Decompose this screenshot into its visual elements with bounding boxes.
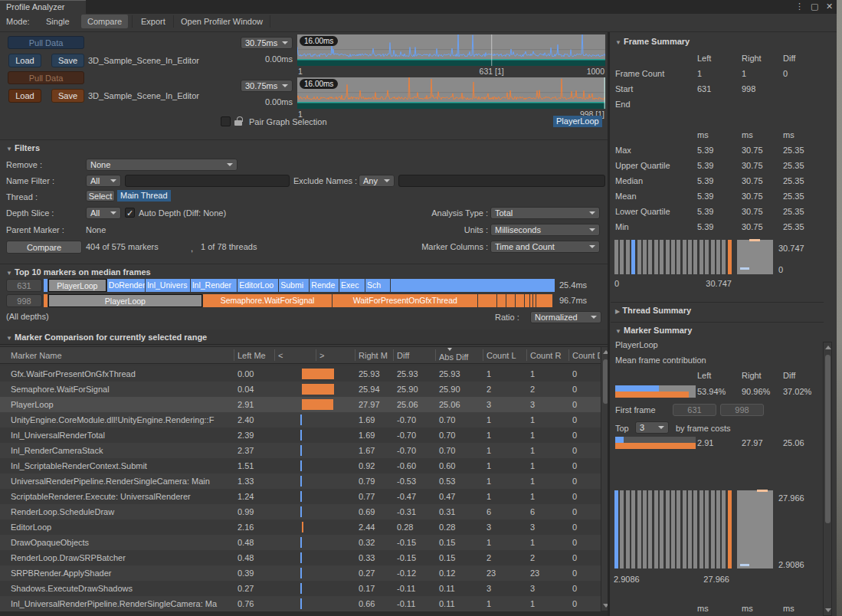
toolbar-button-export[interactable]: Export xyxy=(135,15,172,28)
marker-columns-dropdown[interactable]: Time and Count xyxy=(490,241,600,253)
compare-button[interactable]: Compare xyxy=(6,241,82,254)
table-row-ScriptableRenderer.Execute: UniversalRenderer[interactable]: ScriptableRenderer.Execute: UniversalRen… xyxy=(0,489,601,504)
table-row-Inl_UniversalRenderPipeline.RenderSingleCamera: Ma[interactable]: Inl_UniversalRenderPipeline.RenderSingle… xyxy=(0,596,601,611)
name-filter-mode-dropdown[interactable]: All xyxy=(86,175,121,187)
table-row-RenderLoop.ScheduleDraw[interactable]: RenderLoop.ScheduleDraw0.990.69-0.310.31… xyxy=(0,504,601,519)
table-row-SRPBRender.ApplyShader[interactable]: SRPBRender.ApplyShader0.390.27-0.120.122… xyxy=(0,565,601,581)
thread-label: Thread : xyxy=(6,192,38,202)
analysis-type-dropdown[interactable]: Total xyxy=(490,207,600,219)
column-count-diff[interactable]: Count D xyxy=(572,351,600,360)
marker-segment-Inl_Render[interactable]: Inl_Render xyxy=(191,279,237,292)
remove-dropdown[interactable]: None xyxy=(86,159,238,171)
marker-segment[interactable] xyxy=(506,294,515,307)
comparison-header[interactable]: ▼ Marker Comparison for currently select… xyxy=(6,333,207,342)
column-left-bar[interactable]: < xyxy=(278,351,312,360)
column-right-median[interactable]: Right M xyxy=(359,351,392,360)
marker-segment[interactable] xyxy=(44,279,48,292)
column-right-bar[interactable]: > xyxy=(319,351,353,360)
marker-segment[interactable] xyxy=(44,294,48,307)
right-frame-graph[interactable] xyxy=(297,77,605,109)
first-frame-left-button[interactable]: 631 xyxy=(673,404,716,416)
marker-segment-Rende[interactable]: Rende xyxy=(310,279,339,292)
pull-data-button-right[interactable]: Pull Data xyxy=(8,71,84,84)
scroll-up-icon[interactable] xyxy=(825,346,831,349)
depth-slice-dropdown[interactable]: All xyxy=(86,207,121,219)
maximize-icon[interactable]: ▢ xyxy=(811,2,818,11)
marker-segment-Exec[interactable]: Exec xyxy=(339,279,365,292)
table-row-UnityEngine.CoreModule.dll!UnityEngine.Rendering::F[interactable]: UnityEngine.CoreModule.dll!UnityEngine.R… xyxy=(0,412,601,428)
marker-segment-PlayerLoop[interactable]: PlayerLoop xyxy=(48,279,106,292)
thread-summary-header[interactable]: ▶ Thread Summary xyxy=(615,306,691,315)
marker-segment-Submi[interactable]: Submi xyxy=(279,279,309,292)
marker-segment[interactable] xyxy=(391,279,555,292)
table-row-PlayerLoop[interactable]: PlayerLoop2.9127.9725.0625.06330 xyxy=(0,397,601,412)
summary-panel-scrollbar[interactable] xyxy=(823,342,832,616)
save-button-right[interactable]: Save xyxy=(51,89,84,103)
marker-segment[interactable] xyxy=(516,294,524,307)
toolbar-button-compare[interactable]: Compare xyxy=(81,15,128,28)
marker-segment-DoRenderL[interactable]: DoRenderL xyxy=(107,279,145,292)
auto-depth-checkbox[interactable]: ✓ xyxy=(125,208,135,218)
pair-graph-selection-checkbox[interactable] xyxy=(221,116,231,126)
top10-frame-right-button[interactable]: 998 xyxy=(6,294,42,307)
marker-segment-Inl_Univers[interactable]: Inl_Univers xyxy=(146,279,190,292)
exclude-mode-dropdown[interactable]: Any xyxy=(359,175,395,187)
marker-segment[interactable] xyxy=(525,294,529,307)
marker-summary-header[interactable]: ▼ Marker Summary xyxy=(615,326,692,335)
table-row-Inl_RenderCameraStack[interactable]: Inl_RenderCameraStack2.371.67-0.700.7011… xyxy=(0,443,601,458)
exclude-names-input[interactable] xyxy=(398,175,605,187)
scrollbar-thumb[interactable] xyxy=(825,355,831,523)
close-icon[interactable]: ✕ xyxy=(826,2,833,11)
table-row-DrawOpaqueObjects[interactable]: DrawOpaqueObjects0.480.32-0.150.15110 xyxy=(0,535,601,550)
top10-bar-right[interactable]: PlayerLoopSemaphore.WaitForSignalWaitFor… xyxy=(44,294,555,307)
scroll-down-icon[interactable] xyxy=(825,608,831,612)
load-button-right[interactable]: Load xyxy=(8,89,41,103)
marker-segment[interactable] xyxy=(536,294,553,307)
marker-segment-Semaphore.WaitForSignal[interactable]: Semaphore.WaitForSignal xyxy=(203,294,333,307)
ratio-dropdown[interactable]: Normalized xyxy=(530,311,601,323)
marker-segment[interactable] xyxy=(497,294,506,307)
table-row-Inl_UniversalRenderTotal[interactable]: Inl_UniversalRenderTotal2.391.69-0.700.7… xyxy=(0,428,601,443)
marker-segment-EditorLoo[interactable]: EditorLoo xyxy=(238,279,278,292)
filters-header[interactable]: ▼ Filters xyxy=(6,143,40,152)
load-button-left[interactable]: Load xyxy=(8,54,41,67)
thread-select-button[interactable]: Select xyxy=(86,190,115,202)
marker-segment[interactable] xyxy=(530,294,532,307)
column-diff[interactable]: Diff xyxy=(397,351,434,360)
table-row-EditorLoop[interactable]: EditorLoop2.162.440.280.28330 xyxy=(0,519,601,535)
frame-summary-header[interactable]: ▼ Frame Summary xyxy=(615,37,690,46)
save-button-left[interactable]: Save xyxy=(51,54,84,67)
right-graph-scale-dropdown[interactable]: 30.75ms xyxy=(241,80,293,92)
top10-bar-left[interactable]: PlayerLoopDoRenderLInl_UniversInl_Render… xyxy=(44,279,555,292)
panel-divider[interactable] xyxy=(608,32,610,616)
tab-profile-analyzer[interactable]: Profile Analyzer xyxy=(0,0,86,14)
left-frame-graph[interactable] xyxy=(297,34,605,66)
table-row-Shadows.ExecuteDrawShadows[interactable]: Shadows.ExecuteDrawShadows0.270.17-0.110… xyxy=(0,581,601,596)
table-row-Semaphore.WaitForSignal[interactable]: Semaphore.WaitForSignal0.0425.9425.9025.… xyxy=(0,382,601,397)
column-left-median[interactable]: Left Me xyxy=(238,351,274,360)
units-dropdown[interactable]: Milliseconds xyxy=(490,224,600,236)
marker-segment[interactable] xyxy=(478,294,496,307)
toolbar-button-single[interactable]: Single xyxy=(40,15,76,28)
table-row-Inl_ScriptableRenderContext.Submit[interactable]: Inl_ScriptableRenderContext.Submit1.510.… xyxy=(0,458,601,473)
name-filter-input[interactable] xyxy=(125,175,290,187)
first-frame-right-button[interactable]: 998 xyxy=(720,404,764,416)
toolbar-button-open-profiler[interactable]: Open Profiler Window xyxy=(175,15,269,28)
marker-segment-WaitForPresentOnGfxThread[interactable]: WaitForPresentOnGfxThread xyxy=(333,294,477,307)
window-menu-icon[interactable]: ⋮ xyxy=(795,2,804,11)
top-n-dropdown[interactable]: 3 xyxy=(635,421,669,434)
pull-data-button-left[interactable]: Pull Data xyxy=(8,36,84,49)
column-marker-name[interactable]: Marker Name xyxy=(11,351,229,360)
marker-segment-PlayerLoop[interactable]: PlayerLoop xyxy=(48,294,202,307)
left-graph-scale-dropdown[interactable]: 30.75ms xyxy=(241,37,293,49)
table-row-Gfx.WaitForPresentOnGfxThread[interactable]: Gfx.WaitForPresentOnGfxThread0.0025.9325… xyxy=(0,366,601,382)
marker-segment[interactable] xyxy=(533,294,536,307)
column-count-left[interactable]: Count L xyxy=(487,351,524,360)
column-count-right[interactable]: Count R xyxy=(530,351,567,360)
top10-header[interactable]: ▼ Top 10 markers on median frames xyxy=(6,267,151,277)
table-row-UniversalRenderPipeline.RenderSingleCamera: Main[interactable]: UniversalRenderPipeline.RenderSingleCame… xyxy=(0,473,601,489)
marker-segment-Sch[interactable]: Sch xyxy=(365,279,390,292)
top10-frame-left-button[interactable]: 631 xyxy=(6,279,42,292)
column-abs-diff[interactable]: Abs Diff xyxy=(439,352,480,362)
table-row-RenderLoop.DrawSRPBatcher[interactable]: RenderLoop.DrawSRPBatcher0.480.33-0.150.… xyxy=(0,550,601,565)
